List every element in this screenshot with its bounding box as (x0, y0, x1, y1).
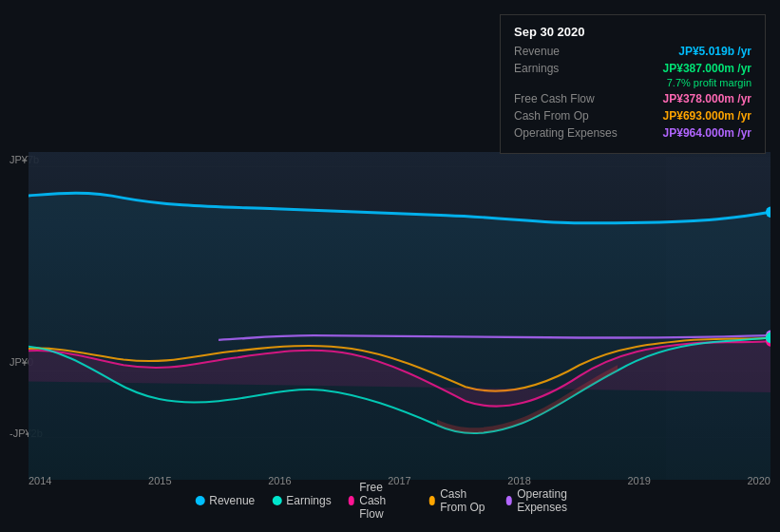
legend-revenue[interactable]: Revenue (195, 494, 255, 507)
legend-dot-earnings (272, 496, 281, 505)
x-label-2015: 2015 (148, 475, 171, 486)
x-label-2019: 2019 (627, 475, 650, 486)
tooltip-cashfromop-value: JP¥693.000m /yr (663, 109, 751, 123)
legend-dot-revenue (195, 496, 204, 505)
tooltip-opex-label: Operating Expenses (514, 126, 618, 140)
chart-legend: Revenue Earnings Free Cash Flow Cash Fro… (195, 481, 585, 521)
tooltip-card: Sep 30 2020 Revenue JP¥5.019b /yr Earnin… (500, 14, 766, 154)
legend-opex[interactable]: Operating Expenses (506, 487, 585, 514)
legend-dot-cashfromop (429, 496, 436, 505)
legend-earnings[interactable]: Earnings (272, 494, 331, 507)
tooltip-fcf-row: Free Cash Flow JP¥378.000m /yr (514, 92, 751, 105)
tooltip-date: Sep 30 2020 (514, 25, 751, 39)
tooltip-revenue-label: Revenue (514, 45, 618, 58)
tooltip-earnings-label: Earnings (514, 62, 618, 75)
legend-label-earnings: Earnings (286, 494, 331, 507)
tooltip-earnings-row: Earnings JP¥387.000m /yr (514, 62, 751, 75)
legend-dot-opex (506, 496, 513, 505)
legend-label-opex: Operating Expenses (517, 487, 585, 514)
tooltip-opex-row: Operating Expenses JP¥964.000m /yr (514, 126, 751, 140)
chart-svg (29, 152, 770, 480)
x-label-2014: 2014 (29, 475, 51, 486)
tooltip-cashfromop-row: Cash From Op JP¥693.000m /yr (514, 109, 751, 123)
tooltip-revenue-row: Revenue JP¥5.019b /yr (514, 45, 751, 58)
tooltip-cashfromop-label: Cash From Op (514, 109, 618, 123)
tooltip-revenue-value: JP¥5.019b /yr (678, 45, 751, 58)
x-label-2020: 2020 (747, 475, 770, 486)
legend-fcf[interactable]: Free Cash Flow (349, 481, 412, 521)
legend-dot-fcf (349, 496, 355, 505)
tooltip-earnings-value: JP¥387.000m /yr (663, 62, 751, 75)
legend-label-revenue: Revenue (209, 494, 255, 507)
chart-area: Sep 30 2020 Revenue JP¥5.019b /yr Earnin… (0, 0, 780, 532)
chart-svg-container (29, 152, 770, 480)
tooltip-opex-value: JP¥964.000m /yr (663, 126, 751, 140)
profit-margin: 7.7% profit margin (514, 77, 751, 88)
tooltip-fcf-value: JP¥378.000m /yr (663, 92, 751, 105)
legend-label-cashfromop: Cash From Op (440, 487, 488, 514)
tooltip-fcf-label: Free Cash Flow (514, 92, 618, 105)
legend-cashfromop[interactable]: Cash From Op (429, 487, 489, 514)
legend-label-fcf: Free Cash Flow (359, 481, 411, 521)
